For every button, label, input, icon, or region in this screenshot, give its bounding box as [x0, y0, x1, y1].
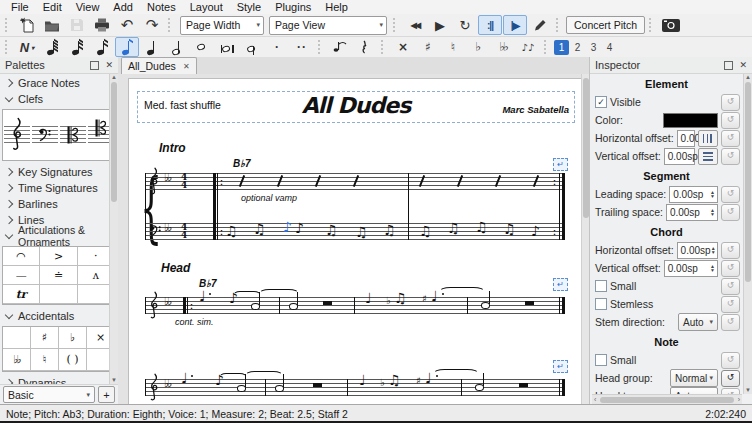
stemless-checkbox[interactable] — [595, 298, 607, 310]
note-glyph[interactable]: ♫ — [383, 223, 396, 237]
menu-file[interactable]: File — [4, 1, 36, 13]
note-glyph[interactable]: ♫ — [447, 221, 460, 235]
scroll-up-icon[interactable]: ▲ — [110, 74, 118, 81]
menu-style[interactable]: Style — [230, 1, 268, 13]
undo-button[interactable]: ↶ — [115, 15, 139, 35]
bass-clef-icon[interactable] — [149, 224, 162, 238]
treble-clef-cell[interactable] — [3, 110, 31, 160]
accent-cell[interactable]: > — [40, 247, 77, 266]
sharp-button[interactable]: ♯ — [416, 37, 440, 57]
note-input-button[interactable]: N▾ — [15, 37, 39, 57]
stem-direction-select[interactable]: Auto▾ — [678, 313, 718, 331]
note-glyph[interactable]: ♪ — [531, 224, 540, 238]
note-glyph[interactable]: ♫ — [503, 222, 516, 236]
duration-eighth-button[interactable] — [115, 37, 139, 57]
palette-grace-notes[interactable]: Grace Notes — [0, 74, 118, 90]
whole-rest[interactable] — [525, 301, 534, 305]
scroll-right-icon[interactable]: › — [736, 396, 742, 403]
key-signature[interactable]: ♭♭ — [164, 221, 170, 234]
voice-4-button[interactable]: 4 — [602, 40, 617, 55]
inspector-hscrollbar[interactable]: ‹ › — [592, 394, 742, 404]
toolbar-handle[interactable] — [556, 18, 562, 32]
alto-clef-cell[interactable] — [59, 110, 87, 160]
spin-arrows-icon[interactable]: ▲▼ — [710, 264, 716, 272]
new-score-button[interactable] — [15, 15, 39, 35]
concert-pitch-button[interactable]: Concert Pitch — [566, 16, 645, 34]
scroll-left-icon[interactable]: ‹ — [592, 396, 598, 403]
note-glyph[interactable]: ♫ — [325, 223, 338, 237]
half-note[interactable] — [275, 385, 284, 392]
note-glyph[interactable]: ♫ — [355, 225, 368, 239]
half-note[interactable] — [251, 303, 260, 310]
cont-sim-text[interactable]: cont. sim. — [175, 317, 214, 327]
whole-rest[interactable] — [323, 301, 332, 305]
reset-button[interactable]: ↺ — [721, 260, 740, 277]
start-repeat-barline[interactable] — [213, 173, 216, 240]
tab-all-dudes[interactable]: All_Dudes ✕ — [121, 57, 197, 74]
palettes-scrollbar[interactable]: ▲ ▼ — [109, 74, 118, 384]
chord-small-checkbox[interactable] — [595, 280, 607, 292]
color-swatch[interactable] — [663, 113, 718, 128]
reset-button-active[interactable]: ↺ — [721, 370, 740, 387]
rehearsal-intro[interactable]: Intro — [159, 141, 186, 155]
menu-add[interactable]: Add — [106, 1, 140, 13]
natural-button[interactable]: ♮ — [441, 37, 465, 57]
voice-1-button[interactable]: 1 — [554, 40, 569, 55]
visible-checkbox[interactable]: ✓ — [595, 96, 607, 108]
loop-playback-button[interactable]: ↻ — [453, 15, 477, 35]
half-note[interactable] — [481, 302, 490, 309]
note-glyph[interactable]: ♩ — [431, 289, 438, 303]
scrollbar-thumb[interactable] — [111, 82, 117, 202]
play-button[interactable]: ▶ — [428, 15, 452, 35]
selected-note[interactable]: ♪ — [283, 220, 292, 234]
float-panel-icon[interactable] — [90, 61, 99, 70]
empty-cell[interactable] — [40, 285, 77, 304]
barline[interactable] — [461, 379, 462, 396]
score-canvas[interactable]: Med. fast shuffle All Dudes Marc Sabatel… — [118, 74, 583, 404]
add-palette-button[interactable]: + — [98, 386, 115, 403]
menu-help[interactable]: Help — [318, 1, 355, 13]
zoom-select[interactable]: Page Width ▾ — [180, 16, 264, 35]
scrollbar-thumb[interactable] — [745, 82, 751, 282]
menu-edit[interactable]: Edit — [36, 1, 69, 13]
note-glyph[interactable]: ♪ — [295, 221, 304, 235]
duration-longa-button[interactable] — [240, 37, 264, 57]
reset-button[interactable]: ↺ — [721, 130, 740, 147]
pan-score-button[interactable] — [528, 15, 552, 35]
reset-button[interactable]: ↺ — [721, 112, 740, 129]
note-glyph[interactable]: ♩ — [365, 291, 372, 305]
augmentation-dot-button[interactable]: · — [265, 37, 289, 57]
save-button[interactable] — [65, 15, 89, 35]
note-glyph[interactable]: ♩ — [181, 371, 188, 385]
toolbar-handle[interactable] — [393, 18, 399, 32]
toolbar-handle[interactable] — [649, 18, 655, 32]
image-capture-button[interactable] — [659, 15, 683, 35]
key-signature[interactable]: ♭♭ — [164, 295, 170, 308]
palette-key-signatures[interactable]: Key Signatures — [0, 163, 118, 179]
treble-clef-icon[interactable] — [148, 291, 160, 321]
toolbar-handle[interactable] — [318, 40, 324, 54]
double-flat-button[interactable]: ♭♭ — [491, 37, 515, 57]
inspector-scrollbar[interactable]: ▲ ▼ — [743, 74, 752, 394]
note-glyph[interactable]: ♫ — [475, 220, 488, 234]
reset-button[interactable]: ↺ — [721, 148, 740, 165]
snap-horizontal-button[interactable] — [698, 130, 718, 147]
note-glyph[interactable]: ♫ — [388, 373, 401, 387]
barline[interactable] — [265, 379, 266, 396]
natural-cell[interactable]: ♮ — [31, 349, 59, 371]
barline[interactable] — [347, 379, 348, 396]
fermata-cell[interactable]: ◠ — [3, 247, 40, 266]
key-signature[interactable]: ♭♭ — [164, 377, 170, 390]
chord-symbol[interactable]: B♭7 — [233, 158, 251, 169]
barline[interactable] — [467, 297, 468, 314]
reset-button[interactable]: ↺ — [721, 186, 740, 203]
treble-clef-icon[interactable] — [148, 373, 160, 403]
note-glyph[interactable]: ♫ — [394, 291, 407, 305]
scroll-up-icon[interactable]: ▲ — [744, 74, 752, 81]
double-flat-cell[interactable]: ♭♭ — [3, 349, 31, 371]
duration-breve-button[interactable] — [215, 37, 239, 57]
tab-close-icon[interactable]: ✕ — [183, 62, 190, 71]
toolbar-handle[interactable] — [381, 40, 387, 54]
spin-arrows-icon[interactable]: ▲▼ — [710, 190, 716, 198]
score-page[interactable]: Med. fast shuffle All Dudes Marc Sabatel… — [128, 78, 583, 404]
